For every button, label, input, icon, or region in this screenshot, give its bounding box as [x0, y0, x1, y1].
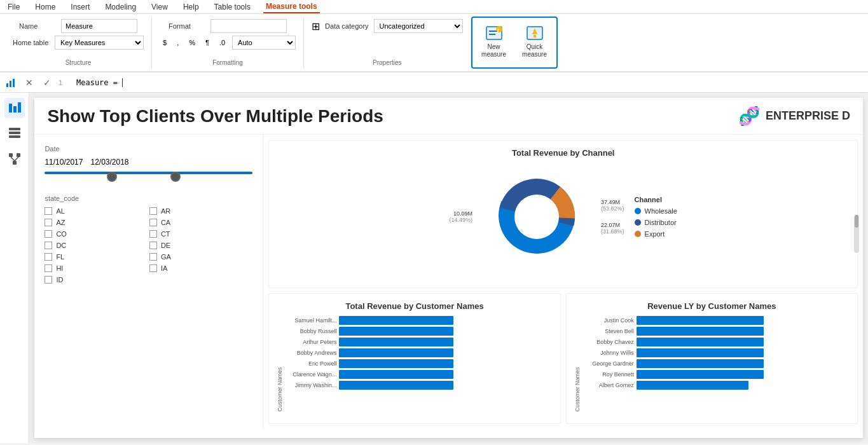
svg-rect-2 — [489, 34, 495, 35]
bar-fill — [339, 316, 453, 325]
properties-group-label: Properties — [373, 57, 402, 66]
state-checkbox[interactable] — [45, 230, 52, 238]
auto-select[interactable]: Auto — [232, 36, 296, 50]
percent-button[interactable]: % — [186, 37, 198, 48]
bar-fill — [637, 370, 764, 379]
bar-row: Jimmy Washin... — [286, 381, 552, 390]
svg-rect-16 — [9, 135, 20, 138]
formula-bar: ✕ ✓ 1 Measure = — [0, 72, 868, 93]
state-item[interactable]: CT — [149, 229, 253, 239]
state-checkbox[interactable] — [45, 276, 52, 284]
bar-name: Steven Bell — [583, 328, 634, 334]
state-checkbox[interactable] — [45, 219, 52, 226]
state-filter: state_code ALARAZCACOCTDCDEFLGAHIIAID — [45, 195, 252, 419]
state-item[interactable]: AZ — [45, 217, 148, 228]
quick-measure-button[interactable]: Quickmeasure — [516, 20, 554, 61]
formula-text[interactable]: Measure = — [76, 78, 863, 87]
legend-distributor: Distributor — [635, 219, 677, 226]
comma-button[interactable]: , — [174, 37, 182, 48]
bar-row: Bobby Andrews — [286, 348, 552, 357]
format-input[interactable] — [210, 19, 287, 33]
wholesale-legend-label: Wholesale — [645, 207, 677, 215]
legend-wholesale: Wholesale — [635, 207, 677, 215]
menu-measure-tools[interactable]: Measure tools — [263, 1, 320, 13]
home-table-label: Home table — [13, 39, 51, 46]
menu-insert[interactable]: Insert — [68, 1, 92, 13]
currency-button[interactable]: $ — [160, 37, 170, 48]
chart-legend: Channel Wholesale Distributor — [635, 196, 677, 238]
svg-rect-11 — [9, 104, 12, 113]
menu-view[interactable]: View — [149, 1, 170, 13]
menu-home[interactable]: Home — [32, 1, 58, 13]
bar-fill — [637, 316, 764, 325]
state-checkbox[interactable] — [149, 230, 157, 238]
state-item[interactable]: DC — [45, 240, 148, 250]
data-category-select[interactable]: Uncategorized — [374, 19, 463, 33]
date-slider[interactable] — [45, 172, 252, 184]
svg-text:f: f — [497, 27, 499, 33]
name-input[interactable] — [61, 19, 137, 33]
new-measure-label: Newmeasure — [481, 43, 506, 58]
state-item[interactable]: GA — [149, 252, 253, 262]
state-checkbox[interactable] — [149, 253, 157, 261]
state-item[interactable]: AL — [45, 206, 148, 216]
close-formula-button[interactable]: ✕ — [23, 76, 36, 89]
state-checkbox[interactable] — [45, 253, 52, 261]
state-checkbox[interactable] — [45, 207, 52, 215]
state-item[interactable]: AR — [149, 206, 253, 216]
bar-fill — [637, 348, 764, 357]
svg-rect-18 — [17, 153, 20, 157]
ly-chart-title: Revenue LY by Customer Names — [574, 301, 850, 311]
right-panel: Total Revenue by Channel 10.09M(14.49%) — [263, 135, 863, 429]
slider-thumb-right[interactable] — [170, 172, 181, 182]
state-item[interactable]: IA — [149, 263, 253, 273]
new-measure-icon: f — [484, 23, 504, 43]
bar-name: Clarence Wagn... — [286, 371, 336, 378]
state-checkbox[interactable] — [45, 264, 52, 272]
confirm-formula-button[interactable]: ✓ — [41, 76, 53, 89]
distributor-label: 22.07M(31.68%) — [601, 222, 624, 235]
menu-table-tools[interactable]: Table tools — [212, 1, 253, 13]
bar-row: Johnny Willis — [583, 348, 850, 357]
separator-button[interactable]: ¶ — [202, 37, 212, 48]
state-checkbox[interactable] — [149, 242, 157, 249]
sidebar-data-icon[interactable] — [4, 123, 25, 144]
state-item[interactable]: CO — [45, 229, 148, 239]
bar-row: George Gardner — [583, 359, 850, 368]
bar-row: Eric Powell — [286, 359, 552, 368]
svg-rect-15 — [9, 132, 20, 134]
bar-row: Steven Bell — [583, 327, 850, 336]
svg-rect-12 — [13, 106, 17, 113]
state-item[interactable]: FL — [45, 252, 148, 262]
svg-rect-17 — [9, 153, 13, 157]
formatting-group-label: Formatting — [212, 57, 243, 66]
bar-name: Justin Cook — [583, 317, 634, 324]
state-item[interactable]: CA — [149, 217, 253, 228]
slider-thumb-left[interactable] — [107, 172, 117, 182]
state-item[interactable]: HI — [45, 263, 148, 273]
bar-name: Bobby Andrews — [286, 350, 336, 356]
decimal-button[interactable]: .0 — [216, 37, 228, 48]
sidebar-report-icon[interactable] — [4, 98, 25, 118]
state-item[interactable]: ID — [45, 275, 148, 285]
menu-help[interactable]: Help — [181, 1, 202, 13]
channel-legend-title: Channel — [635, 196, 677, 203]
date-filter: Date 11/10/2017 12/03/2018 — [45, 145, 252, 184]
ribbon-group-properties: ⊞ Data category Uncategorized Properties — [304, 17, 471, 69]
state-checkbox[interactable] — [45, 242, 52, 249]
menu-modeling[interactable]: Modeling — [102, 1, 139, 13]
state-checkbox[interactable] — [149, 207, 157, 215]
state-checkbox[interactable] — [149, 264, 157, 272]
bar-fill — [637, 381, 748, 390]
bar-name: Bobby Russell — [286, 328, 336, 334]
home-table-select[interactable]: Key Measures — [55, 36, 144, 50]
sidebar-model-icon[interactable] — [4, 149, 25, 169]
svg-rect-7 — [534, 35, 536, 38]
new-measure-button[interactable]: f Newmeasure — [475, 20, 513, 61]
state-checkbox[interactable] — [149, 219, 157, 226]
bar-fill — [339, 359, 453, 368]
menu-file[interactable]: File — [5, 1, 22, 13]
start-date: 11/10/2017 — [45, 158, 83, 167]
export-label: 10.09M(14.49%) — [449, 210, 472, 223]
state-item[interactable]: DE — [149, 240, 253, 250]
